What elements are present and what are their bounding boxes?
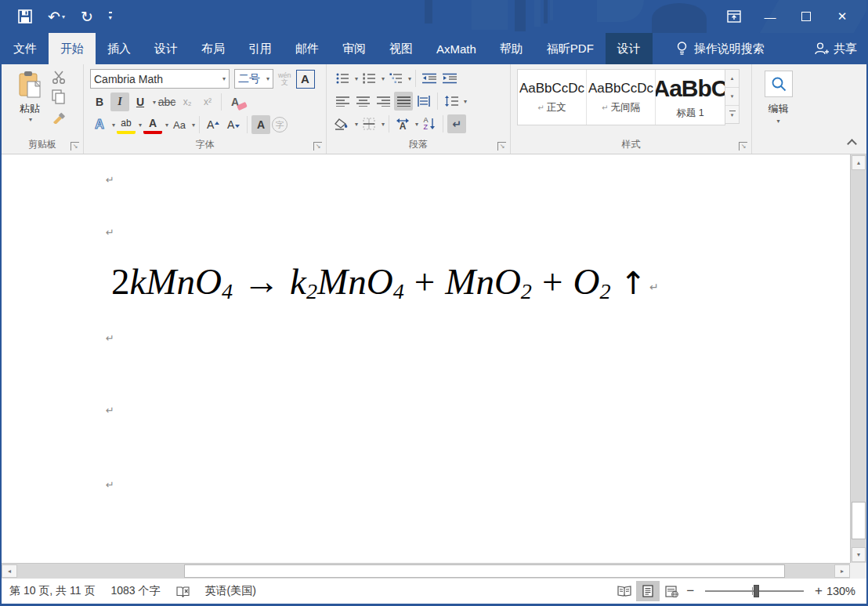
paragraph-dialog-launcher[interactable]: ↘: [497, 142, 506, 151]
customize-qat-button[interactable]: ▾: [107, 5, 114, 27]
subscript-button[interactable]: x₂: [178, 93, 197, 111]
align-center-button[interactable]: [353, 92, 372, 111]
tab-file[interactable]: 文件: [2, 33, 49, 64]
tab-help[interactable]: 帮助: [488, 33, 535, 64]
tab-review[interactable]: 审阅: [331, 33, 378, 64]
ribbon-display-options-button[interactable]: [716, 0, 752, 33]
read-mode-button[interactable]: [613, 581, 636, 601]
cut-icon[interactable]: [52, 71, 67, 84]
align-left-button[interactable]: [333, 92, 352, 111]
collapse-ribbon-button[interactable]: [847, 139, 857, 149]
font-dialog-launcher[interactable]: ↘: [313, 142, 322, 151]
font-color-button[interactable]: A: [143, 115, 162, 134]
scroll-right-button[interactable]: ▸: [834, 564, 850, 578]
numbering-button[interactable]: [360, 69, 378, 88]
scroll-down-button[interactable]: ▾: [852, 547, 866, 562]
clipboard-dialog-launcher[interactable]: ↘: [71, 142, 79, 151]
font-name-arrow[interactable]: ▾: [222, 75, 226, 82]
copy-icon[interactable]: [52, 89, 66, 104]
underline-button[interactable]: U: [131, 93, 150, 111]
bullets-arrow[interactable]: ▾: [355, 75, 358, 82]
text-effects-arrow[interactable]: ▾: [112, 122, 115, 129]
tab-references[interactable]: 引用: [237, 33, 284, 64]
redo-button[interactable]: ↻: [78, 5, 96, 27]
style-normal[interactable]: AaBbCcDc ↵正文: [518, 70, 587, 125]
word-count[interactable]: 1083 个字: [103, 584, 168, 598]
underline-arrow[interactable]: ▾: [153, 99, 156, 106]
find-button[interactable]: [765, 71, 793, 97]
change-case-button[interactable]: Aa: [170, 115, 189, 134]
numbering-arrow[interactable]: ▾: [382, 75, 385, 82]
minimize-button[interactable]: —: [752, 0, 788, 33]
zoom-level[interactable]: 130%: [826, 585, 866, 597]
style-no-spacing[interactable]: AaBbCcDc ↵无间隔: [587, 70, 656, 125]
undo-menu-arrow[interactable]: ▾: [62, 13, 65, 20]
tab-axmath[interactable]: AxMath: [425, 33, 488, 64]
scroll-up-button[interactable]: ▴: [852, 155, 866, 170]
language-indicator[interactable]: 英语(美国): [197, 584, 264, 598]
horizontal-scroll-thumb[interactable]: [184, 564, 785, 578]
share-button[interactable]: 共享: [814, 33, 857, 64]
style-heading-1[interactable]: AaBbC 标题 1: [656, 70, 725, 125]
proofing-status[interactable]: [168, 586, 197, 597]
maximize-button[interactable]: [788, 0, 824, 33]
format-painter-icon[interactable]: [52, 110, 67, 124]
editing-menu-arrow[interactable]: ▾: [752, 118, 805, 125]
styles-scroll-down[interactable]: ▾: [725, 88, 739, 106]
italic-button[interactable]: I: [110, 93, 129, 111]
document-page[interactable]: ↵ ↵ ↵ ↵ ↵ 2kMnO4→k2MnO4+MnO2+O2↑↵: [2, 154, 866, 563]
shrink-font-button[interactable]: A: [224, 115, 243, 134]
clear-formatting-button[interactable]: A: [226, 93, 244, 111]
font-size-combo[interactable]: 二号 ▾: [234, 69, 273, 89]
font-size-arrow[interactable]: ▾: [266, 75, 269, 82]
paste-menu-arrow[interactable]: ▾: [13, 116, 49, 123]
shading-arrow[interactable]: ▾: [355, 121, 358, 128]
page-indicator[interactable]: 第 10 页, 共 11 页: [2, 584, 103, 598]
strikethrough-button[interactable]: abc: [157, 93, 176, 111]
highlight-button[interactable]: ab: [117, 115, 136, 134]
phonetic-guide-button[interactable]: wén 文: [278, 72, 291, 86]
zoom-out-button[interactable]: −: [683, 583, 697, 599]
text-effects-button[interactable]: A: [90, 115, 109, 134]
distribute-button[interactable]: [414, 92, 433, 111]
chemical-equation[interactable]: 2kMnO4→k2MnO4+MnO2+O2↑↵: [111, 260, 659, 304]
horizontal-scrollbar[interactable]: ◂ ▸: [2, 563, 866, 579]
enclose-characters-button[interactable]: 字: [272, 117, 288, 132]
vertical-scrollbar[interactable]: ▴ ▾: [850, 154, 866, 563]
paste-button[interactable]: 粘贴 ▾: [11, 71, 49, 123]
asian-layout-button[interactable]: A: [393, 114, 412, 133]
tab-view[interactable]: 视图: [378, 33, 425, 64]
styles-more-button[interactable]: ▾: [725, 106, 739, 123]
tab-layout[interactable]: 布局: [190, 33, 237, 64]
line-spacing-button[interactable]: [442, 92, 461, 111]
borders-button[interactable]: [360, 114, 378, 133]
character-shading-button[interactable]: A: [251, 115, 270, 134]
borders-arrow[interactable]: ▾: [382, 121, 385, 128]
justify-button[interactable]: [394, 92, 413, 111]
character-border-button[interactable]: A: [296, 70, 315, 89]
web-layout-button[interactable]: [660, 581, 683, 601]
multilevel-list-button[interactable]: [386, 69, 405, 88]
styles-dialog-launcher[interactable]: ↘: [739, 142, 747, 151]
decrease-indent-button[interactable]: [420, 69, 439, 88]
tab-design-contextual[interactable]: 设计: [606, 33, 653, 64]
asian-layout-arrow[interactable]: ▾: [415, 121, 418, 128]
bullets-button[interactable]: [333, 69, 352, 88]
tab-insert[interactable]: 插入: [96, 33, 143, 64]
undo-button[interactable]: ↶ ▾: [45, 5, 67, 27]
print-layout-button[interactable]: [636, 581, 660, 601]
increase-indent-button[interactable]: [440, 69, 459, 88]
tab-design[interactable]: 设计: [143, 33, 190, 64]
tell-me-search[interactable]: 操作说明搜索: [667, 33, 774, 64]
superscript-button[interactable]: x²: [198, 93, 217, 111]
align-right-button[interactable]: [374, 92, 392, 111]
multilevel-list-arrow[interactable]: ▾: [408, 75, 411, 82]
tab-foxit-pdf[interactable]: 福昕PDF: [535, 33, 606, 64]
line-spacing-arrow[interactable]: ▾: [464, 98, 467, 105]
tab-home[interactable]: 开始: [49, 33, 96, 64]
font-name-combo[interactable]: Cambria Math ▾: [90, 69, 230, 89]
zoom-slider-thumb[interactable]: [754, 585, 759, 597]
bold-button[interactable]: B: [90, 93, 109, 111]
change-case-arrow[interactable]: ▾: [192, 122, 195, 129]
grow-font-button[interactable]: A: [204, 115, 222, 134]
